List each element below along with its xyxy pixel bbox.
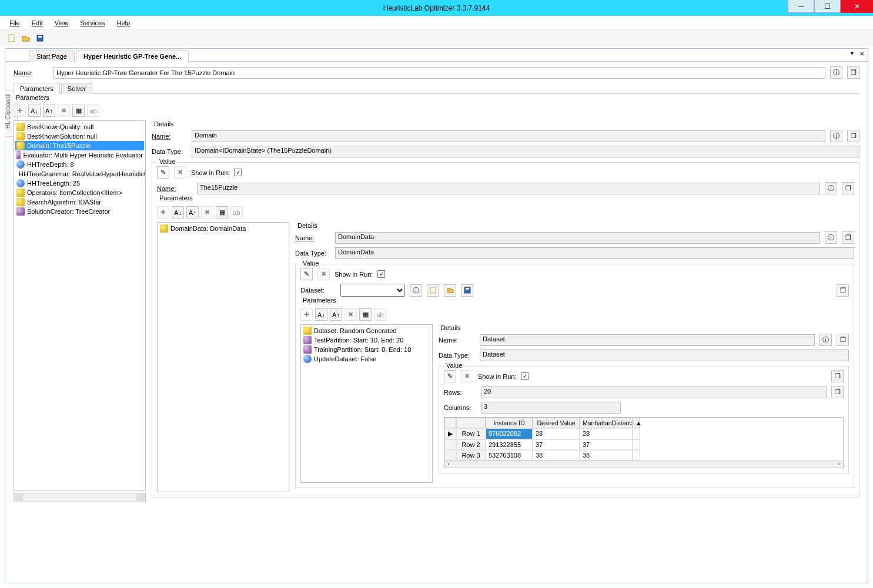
- info-icon[interactable]: ⓘ: [820, 334, 832, 346]
- grid-h-scrollbar[interactable]: ‹›: [444, 461, 843, 468]
- cell[interactable]: 291322855: [486, 439, 533, 450]
- detach-icon[interactable]: ❐: [837, 334, 849, 346]
- cell[interactable]: ▶: [444, 428, 456, 439]
- tree-item[interactable]: Domain: The15Puzzle: [15, 141, 144, 150]
- column-header[interactable]: Instance ID: [486, 418, 533, 428]
- sort-asc-icon[interactable]: A↓: [28, 105, 41, 117]
- tree-item[interactable]: HHTreeGrammar: RealValueHyperHeuristicGr…: [15, 169, 144, 179]
- save-file-icon[interactable]: [34, 32, 46, 44]
- cell[interactable]: 38: [533, 450, 580, 461]
- tree-item[interactable]: Dataset: Random Generated: [302, 326, 431, 335]
- tree-item[interactable]: SolutionCreator: TreeCreator: [15, 207, 144, 216]
- cell[interactable]: [633, 450, 640, 461]
- tab-dropdown-icon[interactable]: ▼: [849, 51, 855, 56]
- data-grid[interactable]: Instance IDDesired ValueManhattanDistanc…: [444, 417, 844, 468]
- show-in-run-checkbox[interactable]: [377, 270, 385, 278]
- info-icon[interactable]: ⓘ: [825, 231, 837, 244]
- tree-item[interactable]: HHTreeDepth: 8: [15, 160, 144, 169]
- table-row[interactable]: Row 22913228553737: [444, 439, 843, 450]
- cell[interactable]: 976032082: [486, 428, 533, 439]
- edit-icon[interactable]: ✎: [157, 166, 169, 179]
- cell[interactable]: Row 2: [456, 439, 486, 450]
- edit-icon[interactable]: ✎: [300, 268, 313, 280]
- detach-icon[interactable]: ❐: [831, 386, 844, 398]
- dataset-select[interactable]: [340, 284, 405, 297]
- cell[interactable]: [633, 428, 640, 439]
- cell[interactable]: [444, 439, 456, 450]
- detach-icon[interactable]: ❐: [831, 370, 844, 382]
- tree-item[interactable]: HHTreeLength: 25: [15, 179, 144, 188]
- tab-close-icon[interactable]: ✕: [859, 51, 864, 57]
- tab-start-page[interactable]: Start Page: [29, 51, 75, 62]
- cell[interactable]: 28: [533, 428, 580, 439]
- edit-icon[interactable]: ✎: [444, 370, 456, 382]
- cell[interactable]: Row 1: [456, 428, 486, 439]
- cell[interactable]: 38: [580, 450, 633, 461]
- subtab-parameters[interactable]: Parameters: [14, 83, 60, 94]
- tree-item[interactable]: BestKnownQuality: null: [15, 122, 144, 132]
- show-in-run-checkbox[interactable]: [521, 372, 529, 380]
- cell[interactable]: Row 3: [456, 450, 486, 461]
- new-file-icon[interactable]: [6, 32, 18, 44]
- menu-edit[interactable]: Edit: [27, 18, 48, 28]
- deep-tree[interactable]: Dataset: Random GeneratedTestPartition: …: [300, 324, 433, 483]
- cell[interactable]: [633, 439, 640, 450]
- tree-h-scrollbar[interactable]: [14, 493, 146, 502]
- column-header[interactable]: [456, 418, 486, 428]
- cell[interactable]: 28: [580, 428, 633, 439]
- info-icon[interactable]: ⓘ: [410, 284, 422, 297]
- tree-item[interactable]: DomainData: DomainData: [159, 224, 287, 233]
- info-icon[interactable]: ⓘ: [830, 130, 842, 142]
- minimize-button[interactable]: ─: [788, 0, 814, 13]
- open-file-icon[interactable]: [20, 32, 32, 44]
- column-header[interactable]: Desired Value: [533, 418, 580, 428]
- tree-item[interactable]: SearchAlgorithm: IDAStar: [15, 197, 144, 207]
- cell[interactable]: 532703108: [486, 450, 533, 461]
- column-header[interactable]: ManhattanDistance: [580, 418, 633, 428]
- sort-desc-icon[interactable]: A↑: [186, 206, 199, 219]
- parameters-tree[interactable]: BestKnownQuality: nullBestKnownSolution:…: [14, 120, 146, 490]
- info-icon[interactable]: ⓘ: [830, 66, 842, 79]
- detach-icon[interactable]: ❐: [842, 182, 854, 194]
- save-icon[interactable]: [461, 284, 473, 297]
- column-header[interactable]: ▲: [633, 418, 640, 428]
- cell[interactable]: [444, 450, 456, 461]
- cell[interactable]: 37: [533, 439, 580, 450]
- sort-asc-icon[interactable]: A↓: [172, 206, 184, 219]
- maximize-button[interactable]: ☐: [814, 0, 841, 13]
- tile-icon[interactable]: ▦: [72, 105, 85, 117]
- table-row[interactable]: ▶Row 19760320822828: [444, 428, 843, 439]
- svg-rect-1: [12, 35, 14, 36]
- detach-icon[interactable]: ❐: [847, 66, 859, 79]
- sort-desc-icon[interactable]: A↑: [43, 105, 55, 117]
- info-icon[interactable]: ⓘ: [825, 182, 837, 194]
- column-header[interactable]: [444, 418, 456, 428]
- tree-item[interactable]: BestKnownSolution: null: [15, 132, 144, 141]
- menu-view[interactable]: View: [50, 18, 73, 28]
- sort-desc-icon[interactable]: A↑: [330, 308, 342, 321]
- tab-hyper-heuristic[interactable]: Hyper Heuristic GP-Tree Gene...: [76, 51, 189, 62]
- tree-item[interactable]: TestPartition: Start: 10, End: 20: [302, 335, 431, 345]
- table-row[interactable]: Row 35327031083838: [444, 450, 843, 461]
- menu-help[interactable]: Help: [112, 18, 135, 28]
- inner-tree[interactable]: DomainData: DomainData: [157, 222, 289, 492]
- open-icon[interactable]: [444, 284, 456, 297]
- subtab-solver[interactable]: Solver: [61, 83, 92, 94]
- detach-icon[interactable]: ❐: [847, 130, 859, 142]
- cell[interactable]: 37: [580, 439, 633, 450]
- tree-item[interactable]: Operators: ItemCollection<IItem>: [15, 188, 144, 197]
- detach-icon[interactable]: ❐: [837, 284, 849, 297]
- menu-file[interactable]: File: [5, 18, 25, 28]
- close-button[interactable]: ✕: [841, 0, 873, 13]
- name-input[interactable]: [53, 67, 825, 79]
- tree-item[interactable]: Evaluator: Multi Hyper Heuristic Evaluat…: [15, 150, 144, 160]
- tile-icon[interactable]: ▦: [216, 206, 228, 219]
- tree-item[interactable]: UpdateDataset: False: [302, 354, 431, 364]
- detach-icon[interactable]: ❐: [842, 231, 854, 244]
- sort-asc-icon[interactable]: A↓: [315, 308, 327, 321]
- tree-item[interactable]: TrainingPartition: Start: 0, End: 10: [302, 345, 431, 354]
- menu-services[interactable]: Services: [75, 18, 109, 28]
- show-in-run-checkbox[interactable]: [234, 169, 242, 176]
- tile-icon[interactable]: ▦: [359, 308, 372, 321]
- new-icon[interactable]: [427, 284, 439, 297]
